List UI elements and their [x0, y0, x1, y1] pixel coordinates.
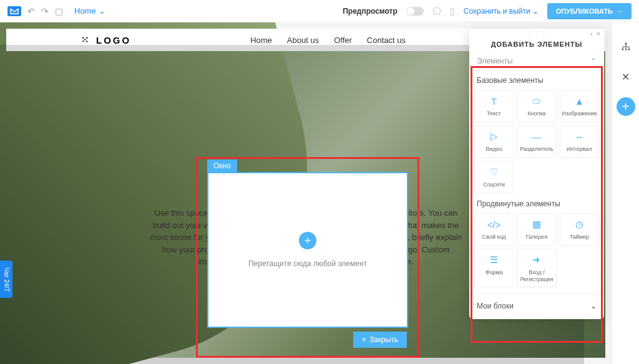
- panel-title: ДОБАВИТЬ ЭЛЕМЕНТЫ: [469, 38, 604, 53]
- nav-item-about[interactable]: About us: [287, 36, 319, 45]
- svg-point-3: [628, 49, 630, 50]
- tile-label: Кнопка: [527, 110, 545, 117]
- element-tile-code[interactable]: </>Свой код: [474, 213, 514, 246]
- tile-label: Интервал: [567, 146, 592, 153]
- svg-point-2: [625, 49, 627, 50]
- element-tile-image[interactable]: ▲Изображение: [560, 90, 599, 122]
- advanced-elements-grid: </>Свой код▦Галерея◷Таймер☰Форма➜Вход / …: [469, 213, 604, 287]
- redo-icon[interactable]: ↷: [41, 6, 49, 16]
- basic-elements-heading: Базовые элементы: [469, 70, 604, 90]
- image-icon: ▲: [575, 95, 584, 107]
- close-modal-button[interactable]: × Закрыть: [353, 332, 407, 348]
- divider-icon: —: [532, 131, 541, 142]
- panel-drag-handle[interactable]: ⋮⋮⋮ ‹ ×: [469, 29, 604, 38]
- modal-dropzone[interactable]: + Перетащите сюда любой элемент: [208, 173, 407, 327]
- add-element-button[interactable]: +: [617, 97, 635, 116]
- close-label: Закрыть: [369, 335, 398, 344]
- site-nav: Home About us Offer Contact us: [250, 36, 406, 45]
- nav-item-contact[interactable]: Contact us: [367, 36, 406, 45]
- gallery-icon: ▦: [532, 219, 541, 230]
- chevron-down-icon: ⌄: [532, 7, 539, 16]
- element-tile-gallery[interactable]: ▦Галерея: [517, 213, 556, 246]
- modal-label-tag[interactable]: Окно: [207, 160, 237, 172]
- preview-label: Предпросмотр: [343, 7, 398, 16]
- nav-item-home[interactable]: Home: [250, 36, 272, 45]
- tile-label: Соцсети: [483, 181, 505, 188]
- chat-widget[interactable]: Чат 24/7: [0, 261, 12, 298]
- save-exit-link[interactable]: Сохранить и выйти ⌄: [464, 7, 539, 16]
- tile-label: Галерея: [526, 234, 548, 241]
- myblocks-label: Мои блоки: [477, 302, 514, 310]
- modal-actions: × Закрыть: [353, 332, 407, 348]
- topbar-right: Предпросмотр 🖵 ▯ Сохранить и выйти ⌄ ОПУ…: [343, 3, 632, 19]
- chat-label: Чат 24/7: [3, 267, 10, 292]
- social-icon: ♡: [490, 166, 498, 178]
- button-icon: ⬭: [532, 95, 540, 107]
- form-icon: ☰: [490, 254, 498, 266]
- topbar-left: ↶ ↷ ▢ Home ⌄: [7, 6, 105, 16]
- tile-label: Видео: [486, 146, 502, 153]
- publish-button[interactable]: ОПУБЛИКОВАТЬ →: [547, 3, 632, 19]
- chevron-down-icon: ⌄: [590, 302, 597, 310]
- publish-label: ОПУБЛИКОВАТЬ: [556, 7, 613, 15]
- logo-mark-icon: ⁙: [81, 34, 91, 46]
- svg-point-1: [622, 49, 623, 50]
- code-icon: </>: [487, 219, 501, 230]
- save-label: Сохранить и выйти: [464, 7, 530, 16]
- panel-close-icon[interactable]: ×: [597, 30, 600, 37]
- mobile-icon[interactable]: ▯: [450, 6, 455, 16]
- app-topbar: ↶ ↷ ▢ Home ⌄ Предпросмотр 🖵 ▯ Сохранить …: [0, 0, 639, 22]
- element-tile-button[interactable]: ⬭Кнопка: [517, 90, 556, 122]
- modal-window[interactable]: Окно + Перетащите сюда любой элемент × З…: [207, 172, 408, 328]
- login-icon: ➜: [532, 254, 540, 266]
- undo-icon[interactable]: ↶: [27, 6, 35, 16]
- element-tile-timer[interactable]: ◷Таймер: [560, 213, 599, 246]
- panel-section-elements[interactable]: Элементы ⌃: [469, 53, 604, 70]
- site-logo[interactable]: ⁙ LOGO: [81, 34, 131, 46]
- section-label: Элементы: [477, 57, 513, 65]
- basic-elements-grid: TТекст⬭Кнопка▲Изображение▷Видео—Разделит…: [469, 90, 604, 193]
- elements-panel: ⋮⋮⋮ ‹ × ДОБАВИТЬ ЭЛЕМЕНТЫ Элементы ⌃ Баз…: [469, 29, 604, 319]
- tile-label: Свой код: [482, 234, 506, 241]
- element-tile-spacer[interactable]: ↔Интервал: [560, 125, 599, 158]
- chevron-up-icon: ⌃: [590, 57, 597, 65]
- element-tile-divider[interactable]: —Разделитель: [517, 125, 556, 158]
- tile-label: Текст: [487, 110, 501, 117]
- sitemap-button[interactable]: [617, 37, 635, 56]
- tile-label: Таймер: [570, 234, 589, 241]
- element-tile-text[interactable]: TТекст: [474, 90, 514, 122]
- desktop-icon[interactable]: 🖵: [432, 6, 441, 16]
- tile-label: Изображение: [562, 110, 597, 117]
- right-toolbar: ✕ +: [612, 22, 639, 364]
- tile-label: Вход / Регистрация: [519, 269, 554, 283]
- app-logo-icon[interactable]: [7, 6, 21, 16]
- page-icon[interactable]: ▢: [55, 6, 63, 16]
- my-blocks-section[interactable]: Мои блоки ⌄: [469, 294, 604, 314]
- nav-item-offer[interactable]: Offer: [334, 36, 352, 45]
- close-panel-button[interactable]: ✕: [617, 67, 635, 86]
- home-label: Home: [74, 6, 96, 16]
- dropzone-hint: Перетащите сюда любой элемент: [248, 259, 367, 268]
- element-tile-form[interactable]: ☰Форма: [474, 249, 514, 287]
- add-element-icon[interactable]: +: [299, 232, 316, 249]
- tile-label: Разделитель: [520, 146, 553, 153]
- timer-icon: ◷: [575, 219, 583, 230]
- spacer-icon: ↔: [575, 131, 584, 142]
- element-tile-social[interactable]: ♡Соцсети: [474, 161, 514, 193]
- home-breadcrumb[interactable]: Home ⌄: [74, 6, 105, 16]
- text-icon: T: [491, 95, 497, 107]
- preview-toggle[interactable]: [406, 7, 424, 16]
- panel-minimize-icon[interactable]: ‹: [590, 30, 593, 37]
- advanced-elements-heading: Продвинутые элементы: [469, 193, 604, 213]
- chevron-down-icon: ⌄: [99, 6, 105, 16]
- close-icon: ×: [362, 335, 366, 344]
- tile-label: Форма: [485, 269, 503, 276]
- logo-text: LOGO: [96, 35, 131, 46]
- element-tile-video[interactable]: ▷Видео: [474, 125, 514, 158]
- video-icon: ▷: [490, 131, 498, 142]
- arrow-right-icon: →: [616, 7, 623, 15]
- element-tile-login[interactable]: ➜Вход / Регистрация: [517, 249, 556, 287]
